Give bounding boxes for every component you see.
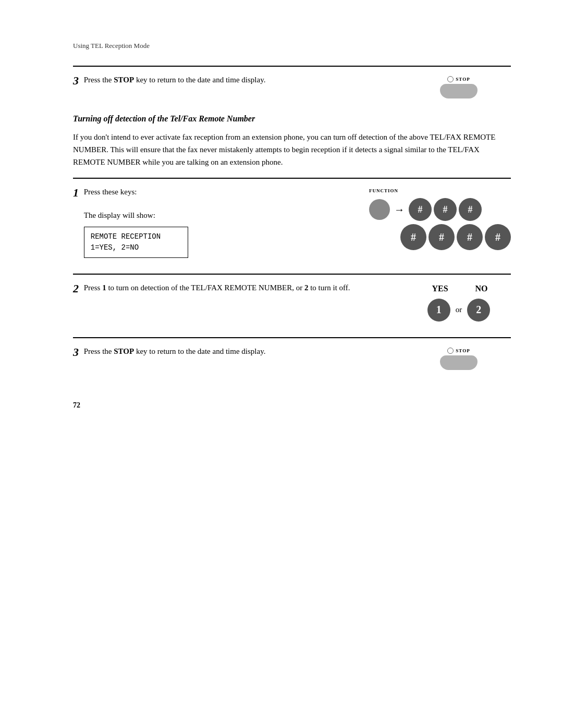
hash-key-4: # [400, 224, 426, 250]
key-1: 1 [427, 299, 450, 322]
hash-key-5: # [429, 224, 455, 250]
step3-first-right: STOP [407, 74, 511, 98]
step1-left: 1 Press these keys: The display will sho… [73, 186, 348, 258]
stop-button-1-container: STOP [440, 76, 478, 98]
step3-second-text: Press the STOP key to return to the date… [84, 346, 381, 357]
yes-no-labels: YES NO [430, 284, 487, 293]
step3-first-text: Press the STOP key to return to the date… [84, 74, 381, 86]
hash-key-6: # [457, 224, 483, 250]
hash-key-2: # [434, 198, 457, 221]
page-number: 72 [73, 401, 511, 410]
step3-first-number: 3 [73, 74, 79, 88]
key-2: 2 [467, 299, 490, 322]
step1-right: FUNCTION → # # # # # # # [369, 186, 511, 250]
or-text: or [456, 305, 462, 314]
step1-display-label: The display will show: [84, 211, 155, 219]
hash-key-1: # [409, 198, 432, 221]
step2-text: Press 1 to turn on detection of the TEL/… [84, 282, 381, 294]
stop-bold-1: STOP [114, 76, 134, 84]
step3-second-section: 3 Press the STOP key to return to the da… [73, 337, 511, 370]
stop-button-2-container: STOP [440, 348, 478, 370]
step2-section: 2 Press 1 to turn on detection of the TE… [73, 274, 511, 322]
arrow-icon: → [394, 204, 405, 216]
step2-right: YES NO 1 or 2 [407, 282, 511, 322]
step3-second-left: 3 Press the STOP key to return to the da… [73, 346, 386, 359]
keys-row-2: # # # # [400, 224, 511, 250]
step3-first-left: 3 Press the STOP key to return to the da… [73, 74, 386, 88]
step3-second-number: 3 [73, 346, 79, 359]
hash-key-3: # [459, 198, 482, 221]
step2-left: 2 Press 1 to turn on detection of the TE… [73, 282, 386, 295]
keys-row-1: → # # # [369, 198, 482, 221]
step1-text: Press these keys: The display will show:… [84, 186, 344, 258]
function-key [369, 199, 390, 220]
step2-bold1: 1 [102, 283, 106, 292]
turning-off-body: If you don't intend to ever activate fax… [73, 131, 511, 168]
step1-number: 1 [73, 186, 79, 200]
stop-key-1 [440, 84, 478, 98]
stop-label-2: STOP [447, 348, 470, 354]
hash-key-7: # [485, 224, 511, 250]
turning-off-heading: Turning off detection of the Tel/Fax Rem… [73, 114, 511, 124]
step1-display-box: REMOTE RECEPTION 1=YES, 2=NO [84, 227, 188, 258]
no-label: NO [475, 284, 488, 293]
step3-first-section: 3 Press the STOP key to return to the da… [73, 66, 511, 98]
step1-section: 1 Press these keys: The display will sho… [73, 178, 511, 258]
stop-label-1: STOP [447, 76, 470, 82]
step2-number: 2 [73, 282, 79, 295]
yes-no-keys-row: 1 or 2 [427, 299, 491, 322]
yes-label: YES [432, 284, 448, 293]
page-header: Using TEL Reception Mode [73, 42, 511, 50]
stop-bold-2: STOP [114, 347, 134, 355]
step3-second-right: STOP [407, 346, 511, 370]
turning-off-section: Turning off detection of the Tel/Fax Rem… [73, 114, 511, 168]
stop-key-2 [440, 355, 478, 370]
header-text: Using TEL Reception Mode [73, 42, 150, 50]
function-label: FUNCTION [369, 188, 398, 193]
